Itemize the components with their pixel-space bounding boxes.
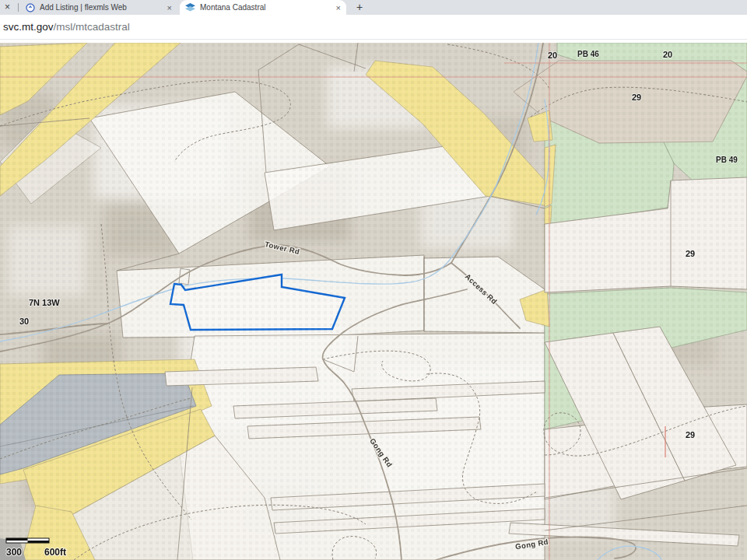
tab-title: Add Listing | flexmls Web [40, 3, 163, 12]
new-tab-button[interactable]: + [352, 0, 366, 15]
tab-flexmls[interactable]: Add Listing | flexmls Web × [20, 0, 177, 15]
url-path: /msl/mtcadastral [54, 21, 130, 33]
close-icon[interactable]: × [167, 3, 172, 12]
tab-title: Montana Cadastral [200, 3, 331, 12]
tab-divider [18, 3, 19, 12]
pixel-texture [0, 43, 747, 560]
cadastral-map-canvas[interactable]: 20 PB 46 20 29 PB 49 29 29 7N 13W 30 Tow… [0, 43, 747, 560]
tab-montana-cadastral[interactable]: Montana Cadastral × [180, 0, 346, 15]
close-icon[interactable]: × [5, 2, 10, 12]
url-host: svc.mt.gov [3, 21, 54, 33]
close-icon[interactable]: × [336, 3, 341, 12]
browser-window: × Add Listing | flexmls Web × Montana Ca… [0, 0, 747, 560]
scale-label-600ft: 600ft [44, 547, 66, 558]
tab-strip: × Add Listing | flexmls Web × Montana Ca… [0, 0, 747, 15]
scale-label-300: 300 [6, 547, 22, 558]
flexmls-favicon-icon [26, 3, 35, 12]
cadastral-layers-favicon-icon [185, 3, 195, 12]
address-bar[interactable]: svc.mt.gov/msl/mtcadastral [0, 15, 747, 40]
